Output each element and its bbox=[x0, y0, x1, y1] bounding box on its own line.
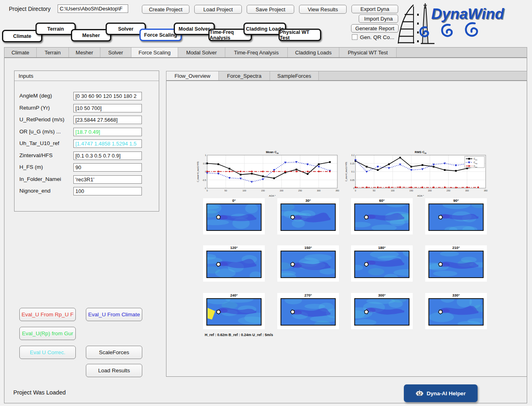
svg-text:C_mean=V_mo/(U²H²B): C_mean=V_mo/(U²H²B) bbox=[197, 161, 199, 182]
svg-text:50: 50 bbox=[224, 189, 227, 192]
flow-image-tile-90: 90° bbox=[425, 198, 487, 235]
flow-field-image bbox=[206, 298, 265, 327]
right-tabstrip: Flow_OverviewForce_SpectraSampleForces bbox=[166, 71, 527, 81]
svg-text:AOA °: AOA ° bbox=[269, 195, 276, 197]
input-label-1: ReturnP (Yr) bbox=[19, 105, 50, 111]
app-window: Project Directory Gen. QR Co... bbox=[0, 0, 532, 411]
action-button-scaleforces[interactable]: ScaleForces bbox=[86, 346, 142, 359]
input-field-0[interactable] bbox=[73, 92, 142, 100]
wind-swirl-icons bbox=[420, 23, 477, 36]
header-button-generate-report[interactable]: Generate Report bbox=[351, 24, 399, 33]
tab-mesher[interactable]: Mesher bbox=[69, 48, 100, 57]
flow-field-image bbox=[206, 251, 265, 280]
svg-text:C_rms=V_rms/(U²H²B): C_rms=V_rms/(U²H²B) bbox=[345, 162, 347, 181]
flow-field-image bbox=[354, 203, 413, 232]
svg-text:350: 350 bbox=[484, 189, 487, 192]
wind-profile-icon bbox=[398, 5, 414, 44]
tab-terrain[interactable]: Terrain bbox=[37, 48, 69, 57]
tab-climate[interactable]: Climate bbox=[4, 48, 37, 57]
input-field-7[interactable] bbox=[73, 175, 142, 184]
window-bottom-strip bbox=[0, 406, 532, 411]
flow-image-tile-300: 300° bbox=[351, 293, 413, 329]
inputs-panel-title: Inputs bbox=[15, 71, 159, 81]
tab-time-freq-analysis[interactable]: Time-Freq Analysis bbox=[225, 48, 288, 57]
flow-image-tile-60: 60° bbox=[351, 198, 413, 235]
input-label-6: H_FS (m) bbox=[19, 164, 43, 170]
input-label-3: OR [u_G (m/s) ... bbox=[19, 129, 61, 135]
svg-text:0: 0 bbox=[205, 170, 206, 173]
input-label-4: Uh_Tar_U10_ref bbox=[19, 140, 59, 146]
svg-text:0.1: 0.1 bbox=[351, 170, 355, 173]
svg-text:100: 100 bbox=[243, 189, 246, 192]
dyna-ai-helper-button[interactable]: Dyna-AI Helper bbox=[404, 384, 478, 402]
action-button-eval-u-rp-from-gur[interactable]: Eval_U(Rp) from Gur bbox=[19, 327, 76, 340]
flow-image-tile-120: 120° bbox=[203, 245, 265, 282]
flow-angle-label: 330° bbox=[425, 293, 487, 298]
input-field-1[interactable] bbox=[73, 104, 142, 112]
svg-text:150: 150 bbox=[409, 189, 413, 192]
input-field-5[interactable] bbox=[73, 152, 142, 160]
flow-field-image bbox=[281, 251, 339, 280]
flow-image-tile-240: 240° bbox=[203, 293, 265, 329]
input-field-3[interactable] bbox=[73, 128, 142, 136]
flow-angle-label: 270° bbox=[277, 293, 339, 298]
input-label-2: U_RetPeriod (m/s) bbox=[19, 116, 64, 122]
svg-text:-1: -1 bbox=[204, 187, 206, 189]
main-tabstrip: ClimateTerrainMesherSolverForce ScalingM… bbox=[4, 47, 527, 58]
svg-text:300: 300 bbox=[465, 189, 469, 192]
svg-text:AOA °: AOA ° bbox=[417, 195, 424, 197]
subtab-sampleforces[interactable]: SampleForces bbox=[270, 71, 319, 80]
flow-angle-label: 60° bbox=[351, 198, 413, 203]
tab-force-scaling[interactable]: Force Scaling bbox=[131, 48, 178, 57]
svg-text:200: 200 bbox=[280, 189, 283, 192]
flow-angle-label: 300° bbox=[351, 293, 413, 298]
input-field-4[interactable] bbox=[73, 139, 142, 148]
svg-text:0: 0 bbox=[353, 187, 354, 189]
workflow-button-terrain[interactable]: Terrain bbox=[35, 23, 76, 35]
header-button-import-dyna[interactable]: Import Dyna bbox=[359, 15, 398, 23]
tab-solver[interactable]: Solver bbox=[100, 48, 131, 57]
svg-text:0.15: 0.15 bbox=[350, 162, 355, 165]
flow-image-tile-180: 180° bbox=[351, 245, 413, 282]
svg-text:0: 0 bbox=[206, 189, 208, 192]
svg-text:0.2: 0.2 bbox=[351, 154, 355, 156]
flow-field-image bbox=[281, 298, 339, 327]
svg-text:RMS Cm: RMS Cm bbox=[415, 150, 426, 154]
flow-image-tile-330: 330° bbox=[425, 293, 487, 329]
subtab-force-spectra[interactable]: Force_Spectra bbox=[219, 71, 270, 80]
header-button-save-project[interactable]: Save Project bbox=[247, 5, 294, 14]
input-label-5: Zinterval/HFS bbox=[19, 152, 53, 158]
tab-cladding-loads[interactable]: Cladding Loads bbox=[288, 48, 339, 57]
action-button-load-results[interactable]: Load Results bbox=[86, 364, 142, 377]
action-button-eval-u-from-rp-u-f[interactable]: Eval_U From Rp_U F bbox=[19, 308, 76, 321]
workflow-button-physical-wt-test[interactable]: Physical WT Test bbox=[278, 29, 321, 41]
input-field-2[interactable] bbox=[73, 116, 142, 124]
header-button-export-dyna[interactable]: Export Dyna bbox=[351, 5, 398, 13]
tab-modal-solver[interactable]: Modal Solver bbox=[178, 48, 225, 57]
header-button-create-project[interactable]: Create Project bbox=[142, 5, 189, 14]
svg-text:350: 350 bbox=[335, 189, 339, 192]
flow-angle-label: 180° bbox=[351, 245, 413, 251]
subtab-flow-overview[interactable]: Flow_Overview bbox=[166, 71, 219, 80]
dynawind-logo: DynaWind bbox=[396, 2, 529, 46]
flow-field-image bbox=[428, 203, 487, 232]
workflow-button-mesher[interactable]: Mesher bbox=[71, 29, 111, 42]
tab-physical-wt-test[interactable]: Physical WT Test bbox=[339, 48, 397, 57]
action-button-eval-u-from-climate[interactable]: Eval_U From Climate bbox=[86, 308, 142, 321]
flow-angle-label: 0° bbox=[203, 198, 265, 203]
flow-angle-label: 210° bbox=[425, 245, 487, 251]
project-directory-label: Project Directory bbox=[9, 6, 50, 12]
svg-text:1: 1 bbox=[205, 154, 206, 156]
gen-qr-checkbox[interactable] bbox=[352, 34, 357, 40]
project-directory-input[interactable] bbox=[58, 4, 128, 13]
flow-field-image bbox=[206, 203, 265, 232]
svg-text:200: 200 bbox=[428, 189, 432, 192]
input-field-8[interactable] bbox=[73, 187, 142, 195]
flow-angle-label: 30° bbox=[277, 198, 339, 203]
flow-image-tile-270: 270° bbox=[277, 293, 339, 329]
action-button-eval-u-correc-[interactable]: Eval U Correc. bbox=[19, 346, 76, 359]
input-field-6[interactable] bbox=[73, 163, 142, 172]
header-button-view-results[interactable]: View Results bbox=[299, 5, 347, 14]
header-button-load-project[interactable]: Load Project bbox=[194, 5, 242, 14]
input-label-7: In_Folder_Namei bbox=[19, 176, 61, 182]
